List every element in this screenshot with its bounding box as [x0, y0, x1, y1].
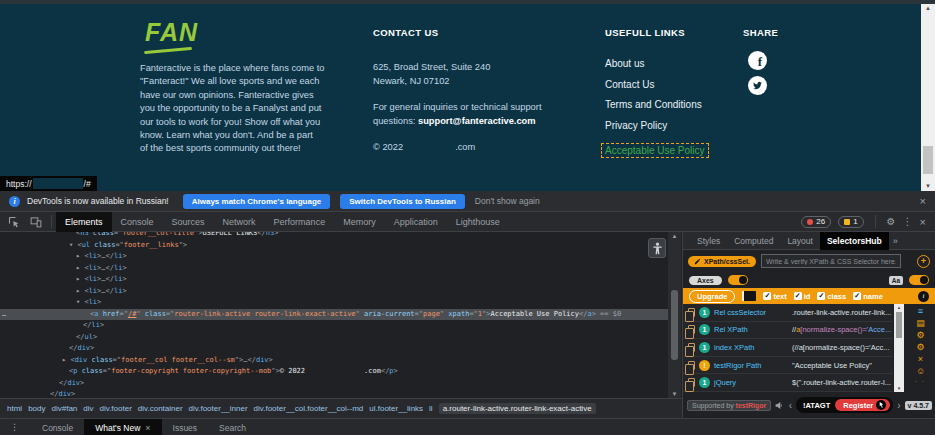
sponsor-ad-pill[interactable]: !ATAGT Register	[796, 397, 893, 413]
elements-tree-node[interactable]: <p class="footer-copyright footer-copyri…	[0, 366, 668, 378]
axes-button[interactable]: Axes	[689, 276, 722, 285]
elements-tree-node[interactable]: </div>	[0, 378, 668, 390]
copy-icon[interactable]	[688, 378, 695, 387]
support-email-link[interactable]: support@fanteractive.com	[418, 116, 536, 126]
cursor-field-swatch[interactable]	[742, 291, 756, 301]
list-scrollbar-thumb[interactable]	[896, 312, 902, 338]
drawer-tab-console[interactable]: Console	[31, 419, 84, 435]
page-scrollbar[interactable]: ▲ ▼	[921, 4, 935, 191]
drawer-tab-issues[interactable]: Issues	[162, 419, 209, 435]
tree-scrollbar-thumb[interactable]	[671, 290, 678, 360]
copy-icon[interactable]	[688, 308, 695, 317]
selector-value[interactable]: .router-link-active.router-link...	[792, 308, 893, 317]
devtools-tab-network[interactable]: Network	[214, 212, 265, 232]
elements-panel-scrollbar[interactable]: ▲ ▼	[668, 232, 681, 398]
devtools-tab-lighthouse[interactable]: Lighthouse	[447, 212, 509, 232]
checkbox-class[interactable]: ✓class	[817, 292, 846, 301]
breadcrumb-item[interactable]: div.footer__inner	[189, 404, 248, 413]
close-tools-icon[interactable]: ×	[918, 354, 923, 365]
add-selector-icon[interactable]: +	[917, 255, 930, 268]
checkbox-id[interactable]: ✓id	[794, 292, 811, 301]
elements-tree-node[interactable]: <h3 class="footer__col-title">USEFULL LI…	[0, 232, 668, 240]
selector-value[interactable]: $(".router-link-active.router-l...	[792, 378, 893, 387]
elements-tree-node[interactable]: ▸ <div class="footer__col footer__col--s…	[0, 355, 668, 367]
elements-tree-node[interactable]: </li>	[0, 320, 668, 332]
facebook-icon[interactable]: f	[748, 51, 767, 70]
tree-scroll-down-icon[interactable]: ▼	[668, 390, 681, 398]
breadcrumb-item[interactable]: html	[7, 404, 22, 413]
selector-value[interactable]: (//a[normalize-space()='Acc...	[792, 343, 893, 352]
selectors-list-scrollbar[interactable]: ▴ ▾	[894, 304, 904, 392]
tree-scroll-up-icon[interactable]: ▲	[668, 232, 681, 240]
list-scroll-up-icon[interactable]: ▴	[894, 304, 904, 311]
elements-tree-node[interactable]: …<a href="/#" class="router-link-active …	[0, 309, 668, 321]
breadcrumb-item[interactable]: a.router-link-active.router-link-exact-a…	[439, 403, 596, 414]
selector-row[interactable]: 1Rel XPath//a[normalize-space()='Acce...	[683, 322, 893, 340]
drawer-tab-close-icon[interactable]: ×	[145, 423, 150, 433]
devtools-tab-memory[interactable]: Memory	[334, 212, 385, 232]
copy-icon[interactable]	[688, 325, 695, 334]
breadcrumb-item[interactable]: div#fan	[51, 404, 77, 413]
list-scroll-down-icon[interactable]: ▾	[894, 385, 904, 392]
selector-row[interactable]: 1jQuery$(".router-link-active.router-l..…	[683, 374, 893, 392]
docs-icon[interactable]: ▤	[916, 318, 925, 329]
more-tabs-icon[interactable]: »	[893, 236, 898, 246]
breadcrumb-item[interactable]: div.footer__col.footer__col--md	[254, 404, 364, 413]
elements-tree-node[interactable]: ▸ <li>…</li>	[0, 274, 668, 286]
filter-lines-icon[interactable]: ≡	[918, 306, 923, 317]
selector-row[interactable]: 1Rel cssSelector.router-link-active.rout…	[683, 304, 893, 322]
footer-link[interactable]: About us	[605, 58, 709, 79]
sidebar-tab-styles[interactable]: Styles	[690, 232, 727, 250]
elements-tree-node[interactable]: ▸ <li>…</li>	[0, 251, 668, 263]
drawer-menu-icon[interactable]: ⋮	[10, 422, 19, 432]
devtools-tab-application[interactable]: Application	[385, 212, 447, 232]
breadcrumb-item[interactable]: body	[28, 404, 45, 413]
scroll-up-arrow[interactable]: ▲	[921, 4, 935, 13]
elements-tree-node[interactable]: </div>	[0, 389, 668, 398]
dont-show-again-button[interactable]: Don't show again	[475, 196, 540, 206]
tools-gear-icon[interactable]: ⚙	[916, 342, 924, 353]
sidebar-tab-layout[interactable]: Layout	[780, 232, 820, 250]
elements-tree-node[interactable]: ▾ <ul class="footer__links">	[0, 240, 668, 252]
breadcrumb-item[interactable]: li	[429, 404, 433, 413]
supported-by-badge[interactable]: Supported by testRigor	[687, 400, 771, 411]
node-more-actions-icon[interactable]: …	[2, 309, 7, 321]
drawer-tab-search[interactable]: Search	[208, 419, 257, 435]
checkbox-name[interactable]: ✓name	[853, 292, 883, 301]
sidebar-tab-computed[interactable]: Computed	[727, 232, 780, 250]
scroll-down-arrow[interactable]: ▼	[921, 182, 935, 191]
xpath-css-selector-button[interactable]: XPath/cssSel.	[688, 256, 756, 267]
accessibility-inspect-icon[interactable]	[648, 238, 666, 258]
warning-count-badge[interactable]: 1	[838, 216, 863, 228]
elements-tree-node[interactable]: ▸ <li>…</li>	[0, 286, 668, 298]
devtools-close-icon[interactable]: ×	[920, 216, 926, 228]
register-button[interactable]: Register	[835, 399, 890, 411]
feedback-smiley-icon[interactable]: ☺	[916, 366, 925, 377]
settings-gear-icon[interactable]: ⚙	[887, 216, 896, 227]
site-logo[interactable]: FAN	[145, 18, 198, 47]
elements-tree-node[interactable]: </ul>	[0, 332, 668, 344]
copy-icon[interactable]	[688, 343, 695, 352]
drawer-tab-what-s-new[interactable]: What's New×	[84, 419, 161, 435]
axes-toggle[interactable]	[728, 275, 748, 285]
upgrade-button[interactable]: Upgrade	[689, 290, 735, 303]
inspect-element-icon[interactable]	[8, 216, 20, 228]
selector-row[interactable]: 1index XPath(//a[normalize-space()='Acc.…	[683, 339, 893, 357]
infobar-action-button[interactable]: Switch DevTools to Russian	[340, 194, 465, 209]
more-options-icon[interactable]: ⋮	[903, 216, 913, 227]
error-count-badge[interactable]: 26	[801, 216, 831, 228]
infobar-action-button[interactable]: Always match Chrome's language	[183, 194, 331, 209]
breadcrumb-item[interactable]: div.container	[138, 404, 183, 413]
selector-input[interactable]	[761, 254, 901, 268]
case-toggle[interactable]	[909, 275, 929, 285]
device-toolbar-icon[interactable]	[30, 216, 42, 228]
devtools-tab-performance[interactable]: Performance	[265, 212, 335, 232]
info-circle-icon[interactable]: i	[918, 291, 929, 302]
infobar-close-icon[interactable]: ×	[920, 195, 926, 207]
elements-tree-node[interactable]: ▾ <li>	[0, 297, 668, 309]
elements-tree-node[interactable]: </div>	[0, 343, 668, 355]
breadcrumb-item[interactable]: div	[83, 404, 93, 413]
page-scrollbar-thumb[interactable]	[923, 146, 933, 174]
breadcrumb-item[interactable]: div.footer	[100, 404, 132, 413]
megaphone-icon[interactable]	[775, 401, 784, 410]
